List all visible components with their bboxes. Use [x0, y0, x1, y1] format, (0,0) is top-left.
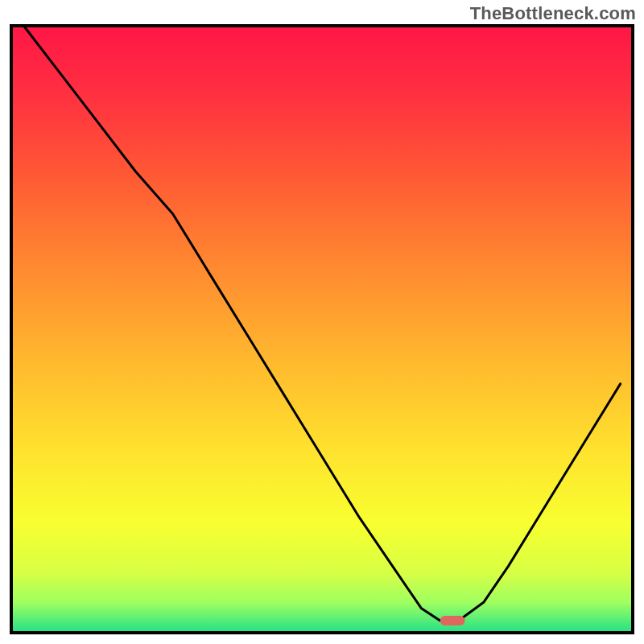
selected-point-marker — [440, 616, 465, 625]
chart-container: TheBottleneck.com — [0, 0, 644, 644]
plot-background — [11, 26, 633, 633]
bottleneck-chart — [0, 0, 644, 644]
